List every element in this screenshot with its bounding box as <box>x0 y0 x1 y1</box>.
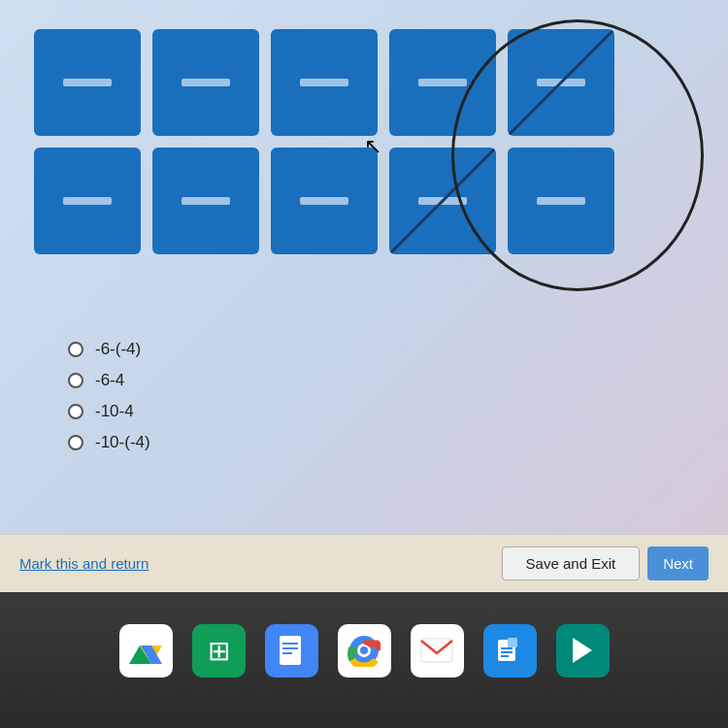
radio-3[interactable] <box>68 404 83 419</box>
option-3-label: -10-4 <box>95 402 134 421</box>
svg-rect-16 <box>508 638 517 647</box>
tiles-container: ↖ <box>34 29 694 311</box>
svg-point-13 <box>360 646 368 654</box>
svg-rect-8 <box>282 647 298 649</box>
taskbar-google-drive[interactable] <box>119 624 173 678</box>
taskbar-drive-files[interactable] <box>483 624 537 678</box>
docs-icon <box>278 634 305 667</box>
option-1[interactable]: -6-(-4) <box>68 340 699 359</box>
option-4-label: -10-(-4) <box>95 433 150 452</box>
taskbar: ⊞ <box>0 592 728 728</box>
bottom-bar: Mark this and return Save and Exit Next <box>0 534 728 592</box>
svg-rect-14 <box>421 639 452 662</box>
tile-minus-6 <box>63 197 112 205</box>
tile-8[interactable] <box>271 148 378 254</box>
tile-9[interactable] <box>389 148 496 254</box>
svg-rect-9 <box>282 652 292 654</box>
taskbar-play-store[interactable] <box>556 624 610 678</box>
tile-5[interactable] <box>508 29 614 136</box>
google-drive-icon <box>129 636 162 665</box>
tile-minus-10 <box>537 197 585 205</box>
svg-line-1 <box>389 148 496 254</box>
chrome-icon <box>347 634 381 667</box>
radio-2[interactable] <box>68 373 83 388</box>
next-button[interactable]: Next <box>647 546 709 580</box>
save-exit-button[interactable]: Save and Exit <box>502 546 641 580</box>
taskbar-docs[interactable] <box>265 624 318 678</box>
taskbar-gmail[interactable] <box>411 624 464 678</box>
svg-rect-18 <box>501 651 513 653</box>
tile-4[interactable] <box>389 29 496 136</box>
taskbar-chrome[interactable] <box>338 624 391 678</box>
option-4[interactable]: -10-(-4) <box>68 433 699 452</box>
tile-minus-4 <box>418 79 467 86</box>
tile-7[interactable] <box>152 148 259 254</box>
taskbar-sheets[interactable]: ⊞ <box>192 624 246 678</box>
radio-1[interactable] <box>68 342 83 357</box>
svg-rect-17 <box>501 647 513 649</box>
tile-row-1 <box>34 29 694 136</box>
svg-marker-20 <box>573 638 592 663</box>
drive-files-icon <box>495 636 524 665</box>
tile-1[interactable] <box>34 29 141 136</box>
svg-line-0 <box>508 29 614 136</box>
gmail-icon <box>420 638 453 663</box>
option-1-label: -6-(-4) <box>95 340 141 359</box>
diagonal-line-2 <box>389 148 496 254</box>
tile-minus-3 <box>300 79 348 86</box>
action-buttons: Save and Exit Next <box>502 546 709 580</box>
tile-3[interactable] <box>271 29 378 136</box>
tile-6[interactable] <box>34 148 141 254</box>
radio-4[interactable] <box>68 435 83 450</box>
diagonal-line <box>508 29 614 136</box>
play-store-icon <box>568 636 597 665</box>
tile-minus-1 <box>63 79 112 86</box>
tile-minus-2 <box>182 79 230 86</box>
option-2-label: -6-4 <box>95 371 124 390</box>
svg-rect-6 <box>280 636 301 665</box>
option-2[interactable]: -6-4 <box>68 371 699 390</box>
tile-10[interactable] <box>508 148 614 254</box>
sheets-icon: ⊞ <box>208 635 230 667</box>
options-area: -6-(-4) -6-4 -10-4 -10-(-4) <box>29 340 699 452</box>
tile-minus-7 <box>182 197 230 205</box>
mark-return-link[interactable]: Mark this and return <box>19 555 149 572</box>
option-3[interactable]: -10-4 <box>68 402 699 421</box>
tile-minus-8 <box>300 197 348 205</box>
svg-rect-19 <box>501 655 509 657</box>
svg-rect-7 <box>282 643 298 645</box>
quiz-area: ↖ -6-(-4) -6-4 -10-4 -10-(-4) <box>0 0 728 592</box>
tile-row-2 <box>34 148 694 254</box>
tile-2[interactable] <box>152 29 259 136</box>
